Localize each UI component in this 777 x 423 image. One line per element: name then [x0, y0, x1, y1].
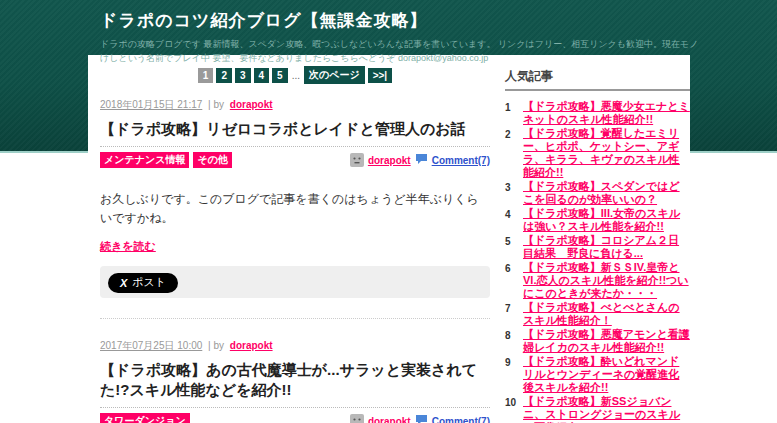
title-separator: [100, 146, 490, 147]
site-header: ドラポのコツ紹介ブログ【無課金攻略】 ドラポの攻略ブログです 最新情報、スペダン…: [100, 9, 705, 66]
title-separator: [100, 407, 490, 408]
item-rank: 6: [505, 261, 519, 300]
post-meta-row: メンテナンス情報 その他 dorapokt Comment(7): [100, 152, 490, 168]
item-rank: 8: [505, 328, 519, 354]
post-date-row: 2018年01月15日 21:17 | by dorapokt: [100, 98, 490, 112]
post-1: 2018年01月15日 21:17 | by dorapokt 【ドラポ攻略】リ…: [100, 98, 490, 298]
list-item: 8 【ドラポ攻略】悪魔アモンと看護婦レイカのスキル性能紹介!!: [505, 328, 690, 354]
pagination-last-button[interactable]: >>|: [368, 68, 392, 83]
pagination-ellipsis: ...: [292, 70, 300, 81]
post-author-link[interactable]: dorapokt: [368, 416, 411, 423]
item-rank: 5: [505, 234, 519, 260]
x-logo-icon: X: [120, 277, 127, 289]
pagination-page-2[interactable]: 2: [216, 68, 232, 83]
avatar-icon: [350, 153, 364, 167]
post-date-link[interactable]: 2018年01月15日 21:17: [100, 99, 202, 110]
popular-article-link[interactable]: 【ドラポ攻略】悪魔アモンと看護婦レイカのスキル性能紹介!!: [523, 328, 690, 354]
item-rank: 9: [505, 355, 519, 394]
comment-link[interactable]: Comment(7): [432, 155, 490, 166]
post-author-link[interactable]: dorapokt: [368, 155, 411, 166]
item-rank: 2: [505, 127, 519, 179]
read-more-link[interactable]: 続きを読む: [100, 239, 156, 254]
pagination-current-page: 1: [198, 68, 214, 83]
site-description: ドラポの攻略ブログです 最新情報、スペダン攻略、暇つぶしなどいろんな記事を書いて…: [100, 38, 705, 66]
post-date-row: 2017年07月25日 10:00 | by dorapokt: [100, 339, 490, 353]
x-share-button[interactable]: X ポスト: [108, 273, 178, 293]
main-column: 1 2 3 4 5 ... 次のページ >>| 2018年01月15日 21:1…: [100, 55, 490, 423]
popular-article-link[interactable]: 【ドラポ攻略】悪魔少女エナとミネットのスキル性能紹介!!: [523, 100, 690, 126]
tag-link[interactable]: その他: [193, 152, 231, 168]
pagination-page-4[interactable]: 4: [254, 68, 270, 83]
pagination-page-3[interactable]: 3: [235, 68, 251, 83]
list-item: 7 【ドラポ攻略】べとべとさんのスキル性能紹介！: [505, 301, 690, 327]
sidebar: 人気記事 1 【ドラポ攻略】悪魔少女エナとミネットのスキル性能紹介!! 2 【ド…: [505, 55, 690, 423]
item-rank: 10: [505, 395, 519, 423]
site-title[interactable]: ドラポのコツ紹介ブログ【無課金攻略】: [100, 9, 705, 32]
popular-article-link[interactable]: 【ドラポ攻略】酔いどれマンドリルとウンディーネの覚醒進化後スキルを紹介!!: [523, 355, 690, 394]
list-item: 9 【ドラポ攻略】酔いどれマンドリルとウンディーネの覚醒進化後スキルを紹介!!: [505, 355, 690, 394]
post-body: お久しぶりです。このブログで記事を書くのはちょうど半年ぶりくらいですかね。: [100, 190, 490, 228]
item-rank: 4: [505, 207, 519, 233]
list-item: 1 【ドラポ攻略】悪魔少女エナとミネットのスキル性能紹介!!: [505, 100, 690, 126]
post-title[interactable]: 【ドラポ攻略】あの古代魔導士が...サラッと実装されてた!?スキル性能などを紹介…: [100, 360, 490, 401]
content-box: 1 2 3 4 5 ... 次のページ >>| 2018年01月15日 21:1…: [88, 55, 690, 423]
posts-separator: [100, 318, 490, 319]
x-share-label: ポスト: [132, 275, 166, 290]
share-box: X ポスト: [100, 266, 490, 298]
post-author-link[interactable]: dorapokt: [230, 340, 273, 351]
list-item: 3 【ドラポ攻略】スペダンではどこを回るのが効率いいの？: [505, 180, 690, 206]
speech-bubble-icon: [415, 153, 428, 167]
list-item: 6 【ドラポ攻略】新ＳＳIV.皇帝とVI.恋人のスキル性能を紹介!!ついにこのと…: [505, 261, 690, 300]
tag-link[interactable]: メンテナンス情報: [100, 152, 189, 168]
item-rank: 7: [505, 301, 519, 327]
list-item: 2 【ドラポ攻略】覚醒したエミリー、ヒポポ、ケットシー、アギラ、キララ、キヴァの…: [505, 127, 690, 179]
blog-page: ドラポのコツ紹介ブログ【無課金攻略】 ドラポの攻略ブログです 最新情報、スペダン…: [0, 0, 777, 423]
popular-article-link[interactable]: 【ドラポ攻略】新ＳＳIV.皇帝とVI.恋人のスキル性能を紹介!!ついにこのときが…: [523, 261, 690, 300]
post-title[interactable]: 【ドラポ攻略】リゼロコラボとレイドと管理人のお話: [100, 119, 490, 139]
post-meta-right: dorapokt Comment(7): [350, 414, 490, 423]
item-rank: 3: [505, 180, 519, 206]
list-item: 10 【ドラポ攻略】新SSジョバンニ、ストロングジョーのスキル＆画像紹介！: [505, 395, 690, 423]
avatar-icon: [350, 414, 364, 423]
popular-article-link[interactable]: 【ドラポ攻略】覚醒したエミリー、ヒポポ、ケットシー、アギラ、キララ、キヴァのスキ…: [523, 127, 690, 179]
item-rank: 1: [505, 100, 519, 126]
post-tags: タワーダンジョン: [100, 413, 190, 423]
comment-link[interactable]: Comment(7): [432, 416, 490, 423]
speech-bubble-icon: [415, 414, 428, 423]
popular-article-link[interactable]: 【ドラポ攻略】III.女帝のスキルは強い？スキル性能を紹介!!: [523, 207, 690, 233]
popular-articles-heading: 人気記事: [505, 68, 690, 91]
post-author-link[interactable]: dorapokt: [230, 99, 273, 110]
popular-article-link[interactable]: 【ドラポ攻略】べとべとさんのスキル性能紹介！: [523, 301, 690, 327]
post-2: 2017年07月25日 10:00 | by dorapokt 【ドラポ攻略】あ…: [100, 339, 490, 423]
popular-article-link[interactable]: 【ドラポ攻略】スペダンではどこを回るのが効率いいの？: [523, 180, 690, 206]
list-item: 4 【ドラポ攻略】III.女帝のスキルは強い？スキル性能を紹介!!: [505, 207, 690, 233]
popular-article-link[interactable]: 【ドラポ攻略】コロシアム２日目結果 野良に負ける...: [523, 234, 690, 260]
post-tags: メンテナンス情報 その他: [100, 152, 232, 168]
post-meta-right: dorapokt Comment(7): [350, 153, 490, 167]
pagination-page-5[interactable]: 5: [272, 68, 288, 83]
post-meta-row: タワーダンジョン dorapokt Comment(7): [100, 413, 490, 423]
post-by-label: | by: [208, 99, 224, 110]
post-date-link[interactable]: 2017年07月25日 10:00: [100, 340, 202, 351]
list-item: 5 【ドラポ攻略】コロシアム２日目結果 野良に負ける...: [505, 234, 690, 260]
tag-link[interactable]: タワーダンジョン: [100, 413, 190, 423]
pagination: 1 2 3 4 5 ... 次のページ >>|: [100, 66, 490, 84]
pagination-next-button[interactable]: 次のページ: [304, 66, 365, 84]
popular-article-link[interactable]: 【ドラポ攻略】新SSジョバンニ、ストロングジョーのスキル＆画像紹介！: [523, 395, 690, 423]
popular-articles-list: 1 【ドラポ攻略】悪魔少女エナとミネットのスキル性能紹介!! 2 【ドラポ攻略】…: [505, 100, 690, 423]
post-by-label: | by: [208, 340, 224, 351]
